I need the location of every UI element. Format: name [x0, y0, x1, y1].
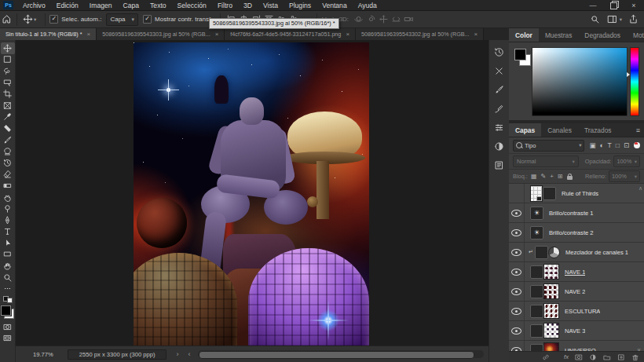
layer-name[interactable]: ESCULTURA	[565, 308, 600, 315]
menu-item[interactable]: Texto	[145, 0, 172, 11]
crop-tool[interactable]	[1, 88, 15, 100]
layer-thumbnail[interactable]	[543, 342, 559, 351]
3d-slide-icon[interactable]	[390, 13, 402, 26]
filter-smartobject-icon[interactable]: ⊡	[624, 141, 629, 149]
foreground-color-swatch[interactable]	[1, 305, 11, 316]
lasso-tool[interactable]	[1, 65, 15, 77]
auto-select-checkbox[interactable]: ✓	[49, 15, 58, 24]
close-tab-icon[interactable]: ×	[474, 31, 478, 38]
close-button[interactable]: ×	[624, 0, 644, 11]
layer-row[interactable]: NAVE 1	[509, 262, 644, 282]
zoom-tool[interactable]	[1, 272, 15, 283]
visibility-toggle[interactable]	[509, 243, 525, 261]
smudge-tool[interactable]	[1, 192, 15, 203]
menu-item[interactable]: Filtro	[212, 0, 238, 11]
layer-row[interactable]: ESCULTURA	[509, 302, 644, 321]
visibility-toggle[interactable]	[509, 223, 525, 242]
document-tab[interactable]: Sin título-1 al 19.7% (RGB/8) * ×	[0, 28, 97, 40]
close-tab-icon[interactable]: ×	[346, 31, 349, 38]
visibility-toggle[interactable]	[509, 262, 525, 281]
search-icon[interactable]	[589, 13, 602, 26]
panel-history-icon[interactable]	[492, 44, 507, 60]
foreground-color-swatch[interactable]	[514, 49, 526, 60]
screen-mode-button[interactable]	[1, 333, 15, 345]
layer-name[interactable]: NAVE 1	[565, 269, 585, 276]
horizontal-scrollbar[interactable]	[198, 350, 484, 358]
adjustment-layer-icon[interactable]: ☀	[530, 207, 543, 220]
close-tab-icon[interactable]: ×	[215, 31, 219, 38]
panel-tab[interactable]: Color	[509, 28, 539, 42]
workspace-switcher-icon[interactable]	[606, 13, 619, 26]
lock-transparency-icon[interactable]: ▦	[531, 173, 537, 181]
close-tab-icon[interactable]: ×	[86, 31, 90, 38]
hand-tool[interactable]	[1, 260, 15, 272]
panel-menu-icon[interactable]: ≡	[632, 123, 644, 137]
object-selection-tool[interactable]	[1, 77, 15, 89]
panel-libraries-icon[interactable]	[492, 157, 507, 173]
layer-name[interactable]: Mezclador de canales 1	[565, 249, 628, 256]
menu-item[interactable]: Archivo	[17, 0, 51, 11]
panel-tab[interactable]: Capas	[509, 123, 541, 137]
filter-toggle-icon[interactable]	[634, 142, 640, 148]
filter-adjustment-icon[interactable]: ◐	[599, 141, 603, 149]
layer-row[interactable]: ↵ Mezclador de canales 1	[509, 243, 644, 262]
document-tab[interactable]: f4cf76fd-6a2f-4de5-945f-33124717a051.png…	[225, 28, 356, 40]
adjustment-layer-icon[interactable]	[543, 187, 556, 200]
layer-row[interactable]: NAVE 2	[509, 282, 644, 302]
brush-tool[interactable]	[1, 134, 15, 146]
zoom-level[interactable]: 19.77%	[33, 351, 53, 358]
frame-tool[interactable]	[1, 100, 15, 112]
opacity-value[interactable]: 100% ▾	[613, 155, 640, 167]
menu-item[interactable]: Plugins	[284, 0, 317, 11]
menu-item[interactable]: Ayuda	[353, 0, 382, 11]
lock-position-icon[interactable]: +	[550, 173, 554, 181]
edit-toolbar-ellipsis[interactable]	[1, 283, 15, 294]
adjustment-layer-icon[interactable]	[530, 324, 543, 338]
filter-type-dropdown[interactable]: Tipo ▾	[513, 140, 584, 152]
menu-item[interactable]: Vista	[258, 0, 284, 11]
gradient-tool[interactable]	[1, 180, 15, 192]
canvas-image[interactable]	[134, 42, 369, 346]
lock-pixels-icon[interactable]: ✎	[540, 173, 546, 181]
fill-value[interactable]: 100% ▾	[609, 170, 640, 182]
clone-stamp-tool[interactable]	[1, 145, 15, 157]
scrollbar-thumb[interactable]	[199, 351, 474, 359]
3d-camera-icon[interactable]	[402, 13, 415, 26]
layer-effects-button[interactable]: fx	[556, 353, 569, 361]
adjustment-layer-icon[interactable]	[589, 353, 597, 361]
panel-tab[interactable]: Motivos	[627, 28, 644, 42]
restore-button[interactable]	[603, 0, 624, 11]
delete-layer-icon[interactable]	[631, 353, 639, 361]
layer-mask-icon[interactable]	[575, 353, 583, 361]
pen-tool[interactable]	[1, 214, 15, 226]
share-icon[interactable]	[627, 13, 639, 26]
visibility-toggle[interactable]	[509, 184, 525, 203]
layer-name[interactable]: Rule of Thirds	[562, 190, 598, 197]
swap-colors-icon[interactable]	[3, 296, 13, 303]
filter-pixel-icon[interactable]: ▣	[589, 141, 595, 149]
history-brush-tool[interactable]	[1, 157, 15, 169]
layer-name[interactable]: NAVE 3	[565, 327, 585, 335]
layer-name[interactable]: Brillo/contraste 2	[549, 229, 594, 236]
adjustment-layer-icon[interactable]: ☀	[530, 226, 543, 240]
layer-row[interactable]: ☀ Brillo/contraste 1	[509, 203, 644, 223]
3d-orbit-icon[interactable]	[352, 13, 364, 26]
lock-artboard-icon[interactable]: ⊞	[558, 173, 563, 181]
color-panel-swatches[interactable]	[513, 47, 532, 68]
3d-pan-icon[interactable]	[377, 13, 390, 26]
saturation-brightness-field[interactable]	[532, 47, 628, 116]
panel-tools-icon[interactable]	[492, 63, 507, 79]
panel-properties-icon[interactable]	[492, 119, 507, 135]
dodge-tool[interactable]	[1, 203, 15, 214]
document-tab[interactable]: 5086958196395543303.jpg al 50% (RGB... ×	[97, 28, 225, 40]
show-transform-checkbox[interactable]: ✓	[143, 15, 152, 24]
link-layers-icon[interactable]	[542, 353, 550, 361]
panel-tab[interactable]: Muestras	[539, 28, 578, 42]
adjustment-layer-icon[interactable]	[530, 285, 543, 298]
panel-tab[interactable]: Degradados	[578, 28, 627, 42]
adjustment-layer-icon[interactable]	[530, 344, 543, 352]
visibility-toggle[interactable]	[509, 341, 525, 351]
minimize-button[interactable]: —	[583, 0, 603, 11]
eraser-tool[interactable]	[1, 169, 15, 181]
layer-thumbnail[interactable]	[543, 323, 559, 338]
